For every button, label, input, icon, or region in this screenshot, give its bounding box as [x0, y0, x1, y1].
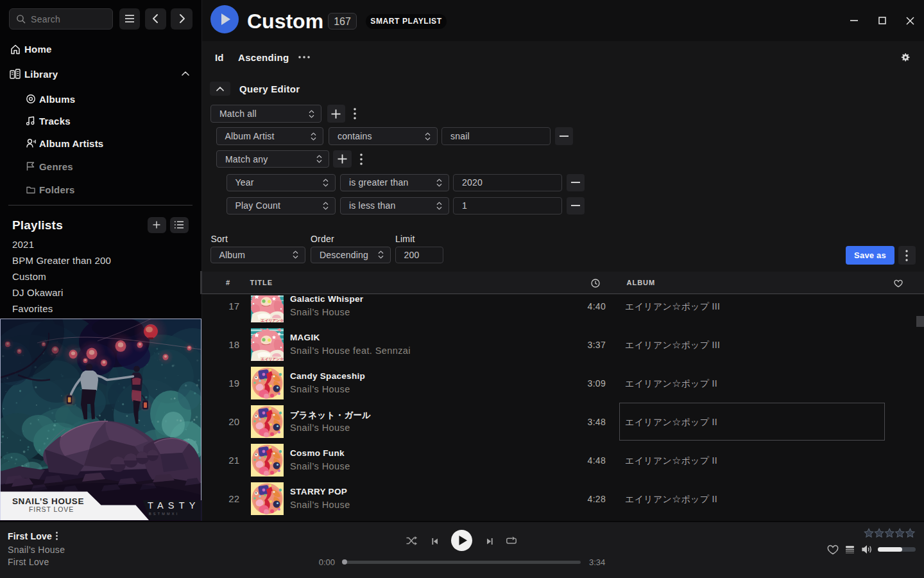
svg-text:エイリアン☆: エイリアン☆ [261, 319, 284, 322]
svg-text:BSTMMXI: BSTMMXI [149, 512, 179, 516]
svg-text:エイリアン☆: エイリアン☆ [261, 357, 284, 361]
svg-text:SNAIL’S HOUSE: SNAIL’S HOUSE [12, 496, 84, 506]
svg-text:TASTY: TASTY [148, 500, 200, 511]
svg-text:FIRST LOVE: FIRST LOVE [29, 505, 74, 513]
